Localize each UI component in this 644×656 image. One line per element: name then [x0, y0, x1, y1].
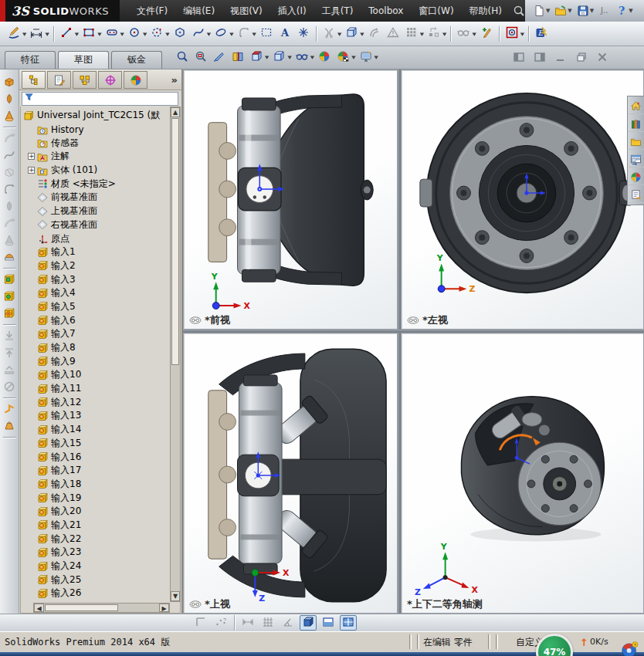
dome[interactable] — [2, 249, 18, 265]
tab-displaymanager[interactable] — [124, 71, 147, 89]
lofted-boss[interactable] — [2, 107, 18, 124]
tree-item-输入14[interactable]: 输入14 — [23, 423, 168, 437]
smart-dimension[interactable] — [28, 25, 45, 43]
tree-item-输入6[interactable]: 输入6 — [23, 313, 168, 327]
reference-geometry[interactable] — [2, 271, 18, 288]
dropdown-caret-icon[interactable]: ▼ — [45, 31, 49, 36]
tree-item-实体 (101)[interactable]: +实体 (101) — [23, 164, 168, 178]
dropdown-caret-icon[interactable]: ▼ — [265, 55, 269, 59]
taskpane-view-palette[interactable] — [629, 151, 644, 167]
menu-item-4[interactable]: 工具(T) — [314, 0, 361, 22]
sketch[interactable] — [5, 25, 22, 43]
sheet-metal-base[interactable] — [2, 418, 18, 435]
new-document-button[interactable]: ▼ — [531, 4, 551, 18]
open-button[interactable]: ▼ — [553, 4, 573, 18]
single-view[interactable] — [300, 615, 317, 631]
dropdown-caret-icon[interactable]: ▼ — [287, 55, 291, 59]
point[interactable] — [295, 25, 312, 43]
tree-item-输入23[interactable]: 输入23 — [23, 546, 168, 560]
dropdown-caret-icon[interactable]: ▼ — [165, 31, 169, 36]
taskpane-design-library[interactable] — [629, 116, 644, 132]
tile-right-button[interactable] — [532, 50, 547, 64]
dropdown-caret-icon[interactable]: ▼ — [22, 31, 26, 36]
taskpane-appearances[interactable] — [629, 169, 644, 185]
tree-item-原点[interactable]: 原点 — [23, 232, 168, 245]
taskpane-file-explorer[interactable] — [629, 134, 644, 150]
sheet-metal-rip[interactable] — [2, 401, 18, 418]
tree-item-输入18[interactable]: 输入18 — [23, 478, 168, 492]
sketch-settings[interactable]: E — [533, 25, 550, 43]
dropdown-caret-icon[interactable]: ▼ — [360, 31, 364, 36]
tab-dimxpertmanager[interactable] — [98, 71, 122, 89]
scroll-left-arrow[interactable]: ◀ — [34, 604, 44, 612]
zoom-to-fit[interactable] — [174, 48, 191, 66]
corner-rectangle[interactable] — [80, 25, 97, 43]
dropdown-caret-icon[interactable]: ▼ — [229, 31, 233, 36]
save-button[interactable]: ▼ — [575, 4, 595, 18]
scroll-right-arrow[interactable]: ▶ — [159, 604, 169, 612]
tree-item-输入21[interactable]: 输入21 — [23, 519, 168, 533]
scroll-thumb[interactable] — [45, 604, 118, 611]
tree-item-输入26[interactable]: 输入26 — [23, 587, 168, 600]
view-settings[interactable] — [358, 48, 375, 66]
tree-item-上视基准面[interactable]: 上视基准面 — [23, 205, 168, 218]
tree-item-输入1[interactable]: 输入1 — [23, 245, 168, 259]
doc-close-button[interactable] — [595, 50, 610, 64]
quick-snaps[interactable] — [503, 25, 520, 43]
tree-item-输入7[interactable]: 输入7 — [23, 327, 168, 341]
text[interactable]: A — [276, 25, 293, 43]
tab-特征[interactable]: 特征 — [5, 51, 56, 69]
tile-left-button[interactable] — [511, 50, 527, 64]
tree-item-输入3[interactable]: 输入3 — [23, 272, 168, 286]
tree-item-材质 <未指定>[interactable]: 材质 <未指定> — [23, 177, 168, 191]
viewport-left[interactable]: Y Z *左视 — [401, 69, 644, 330]
tree-item-输入15[interactable]: 输入15 — [23, 437, 168, 451]
two-view[interactable] — [320, 615, 337, 631]
tree-item-输入12[interactable]: 输入12 — [23, 395, 168, 409]
menu-item-7[interactable]: 帮助(H) — [462, 0, 510, 22]
dropdown-caret-icon[interactable]: ▼ — [520, 31, 524, 36]
viewport-top[interactable]: X Z *上视 — [183, 333, 398, 614]
manager-tabs-overflow[interactable]: » — [171, 74, 179, 86]
view-orientation[interactable] — [248, 48, 265, 66]
expand-toggle[interactable]: + — [28, 153, 35, 160]
line[interactable] — [58, 25, 75, 43]
tree-item-输入4[interactable]: 输入4 — [23, 286, 168, 300]
dropdown-caret-icon[interactable]: ▼ — [375, 55, 378, 59]
tree-item-输入8[interactable]: 输入8 — [23, 341, 168, 355]
convert-entities[interactable] — [343, 25, 360, 43]
spline[interactable] — [190, 25, 207, 43]
edit-appearance[interactable] — [316, 48, 333, 66]
tree-item-输入13[interactable]: 输入13 — [23, 409, 168, 423]
centerpoint-arc[interactable] — [148, 25, 165, 43]
dropdown-caret-icon[interactable]: ▼ — [590, 8, 594, 14]
tree-item-History[interactable]: History — [23, 123, 168, 137]
scroll-up-arrow[interactable]: ▲ — [171, 107, 180, 117]
expand-toggle[interactable]: + — [28, 167, 35, 174]
dropdown-caret-icon[interactable]: ▼ — [207, 31, 211, 36]
viewport-isometric[interactable]: Y X Z *上下二等角轴测 — [401, 333, 644, 614]
taskpane-custom-properties[interactable] — [629, 187, 644, 203]
tree-horizontal-scrollbar[interactable]: ◀ ▶ — [33, 603, 170, 613]
four-view[interactable] — [340, 615, 357, 631]
previous-view[interactable] — [211, 48, 228, 66]
menu-item-0[interactable]: 文件(F) — [129, 0, 175, 22]
select-region[interactable] — [258, 25, 275, 43]
tree-root[interactable]: Universal Joint_TC2C15 (默 — [23, 109, 168, 123]
tree-item-输入11[interactable]: 输入11 — [23, 382, 168, 396]
dropdown-caret-icon[interactable]: ▼ — [546, 8, 550, 14]
circle[interactable] — [126, 25, 143, 43]
doc-restore-button[interactable] — [574, 50, 589, 64]
apply-scene[interactable] — [334, 48, 351, 66]
dropdown-caret-icon[interactable]: ▼ — [568, 8, 571, 14]
tree-item-右视基准面[interactable]: 右视基准面 — [23, 218, 168, 232]
tree-item-输入19[interactable]: 输入19 — [23, 491, 168, 505]
dropdown-caret-icon[interactable]: ▼ — [75, 31, 79, 36]
tab-草图[interactable]: 草图 — [58, 51, 109, 69]
dropdown-caret-icon[interactable]: ▼ — [310, 55, 314, 59]
tree-item-注解[interactable]: +A注解 — [23, 150, 168, 164]
display-style[interactable] — [270, 48, 287, 66]
tree-item-输入5[interactable]: 输入5 — [23, 300, 168, 314]
dropdown-caret-icon[interactable]: ▼ — [629, 8, 632, 14]
tree-vertical-scrollbar[interactable]: ▲ ▼ — [170, 107, 181, 602]
